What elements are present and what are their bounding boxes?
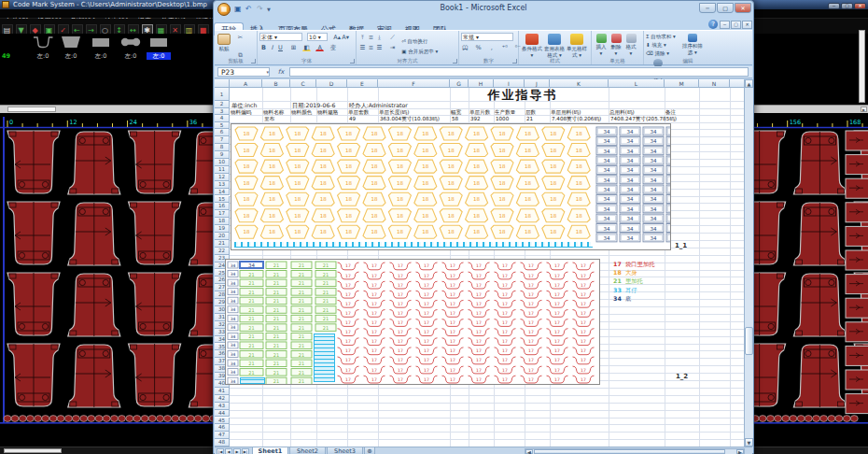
row-header-45[interactable]: 45: [215, 418, 230, 425]
sort-filter-button[interactable]: 排序和筛选 ▾: [680, 33, 705, 57]
tab-nav-next-icon[interactable]: ▶: [233, 448, 241, 454]
scroll-left-icon[interactable]: ◀: [525, 449, 533, 454]
shape-slot-label[interactable]: 左:0: [59, 52, 83, 60]
bg-minimize-button[interactable]: ─: [828, 3, 840, 9]
number-dialog-launcher[interactable]: [512, 59, 517, 64]
workbook-minimize-button[interactable]: ─: [720, 21, 730, 29]
row-header-17[interactable]: 17: [215, 210, 230, 218]
row-header-19[interactable]: 19: [215, 225, 230, 233]
row-header-41[interactable]: 41: [215, 388, 230, 395]
row-header-21[interactable]: 21: [215, 240, 230, 248]
column-header-N[interactable]: N: [699, 79, 730, 88]
row-header-12[interactable]: 12: [215, 174, 230, 181]
styles-button[interactable]: 套用表格格式 ▾: [543, 33, 566, 60]
row-header-7[interactable]: 7: [215, 136, 230, 144]
column-header-C[interactable]: C: [290, 79, 316, 88]
shape-slot-trapezoid[interactable]: [59, 35, 83, 50]
column-header-D[interactable]: D: [316, 79, 347, 88]
sheet-tab-Sheet3[interactable]: Sheet3: [327, 447, 363, 454]
align-center-icon[interactable]: ≡: [367, 43, 375, 51]
align-left-icon[interactable]: ☰: [358, 43, 367, 51]
cut-icon[interactable]: ✂: [236, 33, 245, 41]
sheet-area[interactable]: ABCDEFGHIJKLMN12345678910111213141516171…: [215, 79, 744, 447]
scroll-down-icon[interactable]: ▼: [745, 438, 753, 447]
alignment-dialog-launcher[interactable]: [453, 59, 457, 64]
paste-button[interactable]: 粘贴: [217, 33, 231, 53]
column-header-A[interactable]: A: [230, 79, 262, 88]
italic-icon[interactable]: I: [268, 43, 276, 51]
tab-nav-prev-icon[interactable]: ◀: [225, 448, 232, 454]
hscroll-thumb[interactable]: [534, 449, 725, 454]
merge-center-button[interactable]: ▣ 合并后居中 ▾: [401, 49, 438, 54]
column-header-L[interactable]: L: [609, 79, 665, 88]
styles-button[interactable]: 单元格样式 ▾: [566, 33, 588, 60]
help-icon[interactable]: ?: [708, 20, 718, 29]
currency-format-icon[interactable]: 🕮: [461, 43, 469, 51]
selected-piece-34[interactable]: 34: [239, 261, 264, 269]
shape-slot-label[interactable]: 左:0: [147, 52, 171, 60]
font-color-icon[interactable]: A: [315, 43, 324, 51]
shrink-font-icon[interactable]: A▾: [341, 33, 349, 41]
row-header-14[interactable]: 14: [215, 189, 230, 196]
grow-font-icon[interactable]: A▴: [332, 33, 341, 41]
align-middle-icon[interactable]: ≡: [367, 33, 375, 41]
fx-icon[interactable]: fx: [274, 67, 287, 77]
bg-close-button[interactable]: ✕: [854, 3, 866, 9]
column-header-H[interactable]: H: [469, 79, 494, 88]
excel-minimize-button[interactable]: ─: [699, 3, 716, 13]
sheet-corner[interactable]: [215, 79, 230, 88]
row-header-9[interactable]: 9: [215, 151, 230, 159]
row-header-5[interactable]: 5: [215, 122, 230, 130]
row-header-10[interactable]: 10: [215, 159, 230, 166]
workbook-restore-button[interactable]: ▢: [731, 21, 741, 29]
shape-slot-label[interactable]: 左:0: [119, 52, 143, 60]
border-icon[interactable]: ⊞: [289, 43, 298, 51]
row-header-20[interactable]: 20: [215, 233, 230, 240]
row-header-16[interactable]: 16: [215, 203, 230, 210]
workbook-close-button[interactable]: ✕: [742, 21, 752, 29]
phonetic-icon[interactable]: 变: [329, 43, 337, 51]
sheet-horizontal-scrollbar[interactable]: ◀ ▶: [525, 448, 745, 454]
column-header-F[interactable]: F: [378, 79, 450, 88]
bg-hscroll-thumb[interactable]: [7, 106, 56, 112]
scroll-right-icon[interactable]: ▶: [736, 449, 744, 454]
shape-slot-label[interactable]: 左:0: [31, 52, 55, 60]
shape-slot-bucket-outline[interactable]: [31, 35, 55, 50]
font-name-select[interactable]: 宋体 ▾: [259, 33, 302, 41]
sheet-tab-Sheet1[interactable]: Sheet1: [252, 447, 288, 454]
row-header-4[interactable]: 4: [215, 115, 230, 122]
column-header-G[interactable]: G: [450, 79, 469, 88]
shape-slot-rectangle[interactable]: [147, 35, 171, 50]
bg-vertical-scrollbar[interactable]: [859, 30, 865, 103]
row-header-1[interactable]: 1: [215, 88, 230, 101]
row-header-2[interactable]: 2: [215, 101, 230, 108]
column-header-J[interactable]: J: [525, 79, 550, 88]
align-bottom-icon[interactable]: ⤓: [375, 33, 384, 41]
bg-hscroll-arrow[interactable]: ▶: [861, 106, 867, 112]
column-header-M[interactable]: M: [665, 79, 699, 88]
row-header-22[interactable]: 22: [215, 248, 230, 255]
bg-bottom-thumb[interactable]: [4, 448, 62, 453]
row-header-8[interactable]: 8: [215, 144, 230, 151]
percent-format-icon[interactable]: %: [474, 43, 483, 51]
column-header-E[interactable]: E: [347, 79, 378, 88]
tab-nav-last-icon[interactable]: ▶|: [242, 448, 249, 454]
column-header-I[interactable]: I: [494, 79, 525, 88]
row-header-46[interactable]: 46: [215, 424, 230, 432]
row-header-13[interactable]: 13: [215, 181, 230, 189]
row-header-6[interactable]: 6: [215, 129, 230, 136]
increase-decimal-icon[interactable]: ⁺⁰: [500, 43, 509, 51]
cells-button-插入[interactable]: 插入▾: [594, 33, 609, 57]
font-dialog-launcher[interactable]: [350, 59, 355, 64]
shape-slot-dogbone[interactable]: [119, 35, 143, 50]
row-header-44[interactable]: 44: [215, 410, 230, 418]
comma-format-icon[interactable]: ,: [487, 43, 496, 51]
row-header-3[interactable]: 3: [215, 108, 230, 116]
tab-nav-first-icon[interactable]: |◀: [217, 448, 224, 454]
row-header-48[interactable]: 48: [215, 439, 230, 447]
align-top-icon[interactable]: ⤒: [358, 33, 367, 41]
sheet-vertical-scrollbar[interactable]: ▲ ▼: [744, 79, 753, 447]
excel-maximize-button[interactable]: ▢: [717, 3, 734, 13]
name-box[interactable]: P23 ▾: [217, 67, 270, 77]
formula-input[interactable]: [289, 67, 749, 77]
